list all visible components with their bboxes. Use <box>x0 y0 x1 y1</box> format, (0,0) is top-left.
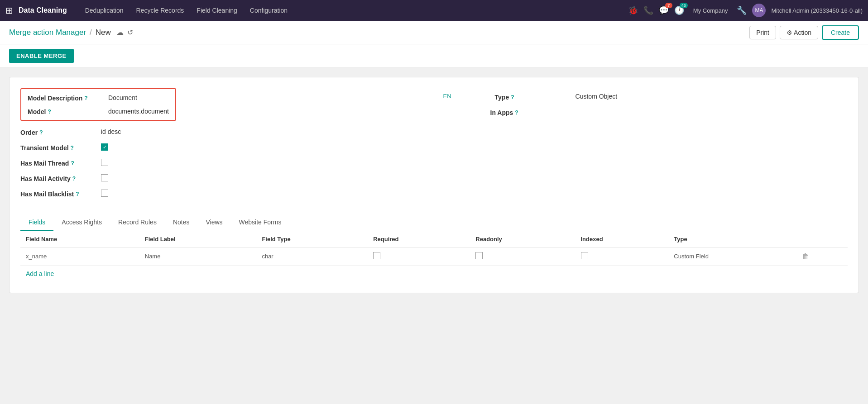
has-mail-thread-help[interactable]: ? <box>71 160 74 166</box>
top-navigation: ⊞ Data Cleaning Deduplication Recycle Re… <box>0 0 868 21</box>
breadcrumb-parent[interactable]: Merge action Manager <box>9 28 86 37</box>
tabs-list: Fields Access Rights Record Rules Notes … <box>20 214 848 231</box>
lang-type-row: EN Type ? Custom Object <box>443 93 848 101</box>
indexed-checkbox[interactable] <box>581 252 588 259</box>
clock-badge: 46 <box>680 3 688 8</box>
has-mail-thread-checkbox[interactable] <box>101 159 108 166</box>
has-mail-blacklist-row: Has Mail Blacklist ? <box>20 190 425 198</box>
form-card: Model Description ? Document Model ? doc… <box>9 77 859 293</box>
cell-readonly[interactable] <box>470 247 575 266</box>
add-line-section: Add a line <box>20 266 848 282</box>
bug-icon[interactable]: 🐞 <box>628 5 638 15</box>
form-right: EN Type ? Custom Object In Apps ? <box>425 88 848 205</box>
cloud-save-icon[interactable]: ☁ <box>116 28 124 37</box>
has-mail-thread-label: Has Mail Thread ? <box>20 159 97 167</box>
breadcrumb-bar: Merge action Manager / New ☁ ↺ Print ⚙ A… <box>0 21 868 44</box>
main-content: Model Description ? Document Model ? doc… <box>0 68 868 404</box>
tab-notes[interactable]: Notes <box>165 214 198 231</box>
discard-icon[interactable]: ↺ <box>127 28 133 37</box>
type-value: Custom Object <box>575 93 848 100</box>
model-description-label: Model Description ? <box>28 94 105 102</box>
model-description-value: Document <box>108 94 169 101</box>
model-description-row: Model Description ? Document Model ? doc… <box>20 88 425 121</box>
cell-field-label: Name <box>139 247 257 266</box>
model-description-help[interactable]: ? <box>84 95 87 101</box>
tabs-container: Fields Access Rights Record Rules Notes … <box>20 214 848 231</box>
type-help[interactable]: ? <box>511 94 514 100</box>
order-row: Order ? id desc <box>20 128 425 136</box>
form-columns: Model Description ? Document Model ? doc… <box>20 88 848 205</box>
cell-field-name: x_name <box>20 247 139 266</box>
add-line-button[interactable]: Add a line <box>20 266 59 282</box>
form-left: Model Description ? Document Model ? doc… <box>20 88 425 205</box>
cell-delete[interactable]: 🗑 <box>796 247 848 266</box>
in-apps-help[interactable]: ? <box>515 109 518 116</box>
cell-field-type: char <box>256 247 368 266</box>
company-name[interactable]: My Company <box>693 7 728 14</box>
order-label: Order ? <box>20 128 97 136</box>
order-help[interactable]: ? <box>39 129 43 136</box>
cell-required[interactable] <box>368 247 470 266</box>
chat-icon[interactable]: 💬 7 <box>659 5 669 15</box>
transient-model-checkbox[interactable] <box>101 143 108 151</box>
delete-row-icon[interactable]: 🗑 <box>802 252 809 260</box>
col-type: Type <box>668 231 796 247</box>
in-apps-label: In Apps ? <box>490 108 567 116</box>
cell-indexed[interactable] <box>575 247 669 266</box>
tab-fields[interactable]: Fields <box>20 214 53 231</box>
model-help[interactable]: ? <box>48 109 51 115</box>
model-label: Model ? <box>28 107 105 115</box>
nav-icons-group: 🐞 📞 💬 7 🕐 46 My Company 🔧 MA Mitchell Ad… <box>628 4 863 17</box>
avatar[interactable]: MA <box>752 4 766 17</box>
tab-views[interactable]: Views <box>197 214 230 231</box>
settings-icon[interactable]: 🔧 <box>737 5 747 15</box>
nav-deduplication[interactable]: Deduplication <box>80 5 129 16</box>
transient-model-help[interactable]: ? <box>71 145 74 151</box>
has-mail-thread-row: Has Mail Thread ? <box>20 159 425 167</box>
tab-website-forms[interactable]: Website Forms <box>231 214 290 231</box>
nav-recycle-records[interactable]: Recycle Records <box>131 5 190 16</box>
col-field-label: Field Label <box>139 231 257 247</box>
model-highlight-box: Model Description ? Document Model ? doc… <box>20 88 176 121</box>
breadcrumb-current: New <box>96 28 111 37</box>
order-value: id desc <box>101 128 425 135</box>
has-mail-activity-help[interactable]: ? <box>72 176 76 182</box>
app-name: Data Cleaning <box>19 6 67 14</box>
clock-icon[interactable]: 🕐 46 <box>674 5 684 15</box>
breadcrumb-separator: / <box>90 28 92 37</box>
has-mail-blacklist-label: Has Mail Blacklist ? <box>20 190 97 198</box>
col-required: Required <box>368 231 470 247</box>
app-grid-icon[interactable]: ⊞ <box>5 5 13 16</box>
readonly-checkbox[interactable] <box>475 252 483 259</box>
print-button[interactable]: Print <box>749 26 776 39</box>
has-mail-blacklist-checkbox[interactable] <box>101 190 108 197</box>
has-mail-activity-checkbox[interactable] <box>101 174 108 181</box>
col-field-name: Field Name <box>20 231 139 247</box>
action-button[interactable]: ⚙ Action <box>780 26 818 39</box>
has-mail-activity-label: Has Mail Activity ? <box>20 174 97 182</box>
in-apps-row: In Apps ? <box>490 108 848 116</box>
transient-model-label: Transient Model ? <box>20 143 97 152</box>
phone-icon[interactable]: 📞 <box>643 5 653 15</box>
chat-badge: 7 <box>665 3 672 8</box>
col-actions <box>796 231 848 247</box>
table-row: x_name Name char Custom Field 🗑 <box>20 247 848 266</box>
nav-configuration[interactable]: Configuration <box>245 5 293 16</box>
tab-access-rights[interactable]: Access Rights <box>53 214 110 231</box>
user-name[interactable]: Mitchell Admin (20333450-16-0-all) <box>771 7 863 14</box>
create-button[interactable]: Create <box>822 25 859 40</box>
tab-record-rules[interactable]: Record Rules <box>110 214 165 231</box>
col-field-type: Field Type <box>256 231 368 247</box>
cell-type: Custom Field <box>668 247 796 266</box>
lang-badge[interactable]: EN <box>443 93 451 100</box>
breadcrumb-actions: ☁ ↺ <box>116 28 133 37</box>
enable-merge-bar: ENABLE MERGE <box>0 44 868 68</box>
enable-merge-button[interactable]: ENABLE MERGE <box>9 49 74 63</box>
required-checkbox[interactable] <box>373 252 380 259</box>
col-readonly: Readonly <box>470 231 575 247</box>
model-value: documents.document <box>108 108 169 115</box>
transient-model-row: Transient Model ? <box>20 143 425 152</box>
has-mail-blacklist-help[interactable]: ? <box>76 191 79 197</box>
nav-field-cleaning[interactable]: Field Cleaning <box>191 5 243 16</box>
fields-table: Field Name Field Label Field Type Requir… <box>20 231 848 266</box>
